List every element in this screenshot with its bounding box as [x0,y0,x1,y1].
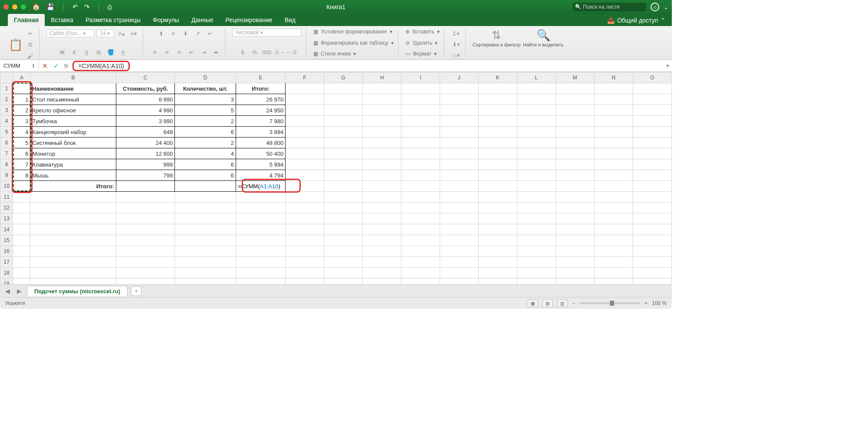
copy-icon[interactable]: ⧉ [25,40,35,49]
italic-button[interactable]: К [69,47,79,57]
row-header[interactable]: 9 [0,170,13,181]
view-page-layout-icon[interactable]: ▤ [542,299,553,307]
expand-formula-bar-icon[interactable]: ▾ [663,62,672,69]
tab-review[interactable]: Рецензирование [220,14,279,26]
increase-indent-icon[interactable]: ⇥ [199,47,208,57]
fx-label[interactable]: fx [62,63,71,69]
autosum-icon[interactable]: Σ▾ [451,29,461,38]
col-header[interactable]: N [594,72,633,83]
paste-icon[interactable]: 📋 [9,38,23,52]
row-header[interactable]: 14 [0,224,13,235]
select-all-corner[interactable] [0,72,13,83]
cut-icon[interactable]: ✂ [25,29,35,38]
col-header[interactable]: H [363,72,401,83]
row-header[interactable]: 6 [0,138,13,148]
font-name-select[interactable]: Calibri (Осн...▾ [46,29,94,37]
row-header[interactable]: 15 [0,235,13,246]
font-color-button[interactable]: A̲ [118,47,128,57]
border-button[interactable]: ⊞ [94,47,103,57]
tab-home[interactable]: Главная [8,14,45,26]
row-header[interactable]: 5 [0,127,13,138]
thousands-icon[interactable]: 000 [262,47,272,57]
col-header[interactable]: A [13,72,30,83]
row-header[interactable]: 19 [0,278,13,285]
col-header[interactable]: C [116,72,175,83]
fill-icon[interactable]: ⬇▾ [451,39,461,49]
sheet-prev-icon[interactable]: ◀ [3,288,12,295]
undo-icon[interactable]: ↶ [72,3,78,11]
row-header[interactable]: 13 [0,213,13,224]
tab-data[interactable]: Данные [185,14,220,26]
formula-input[interactable]: =СУММ(A1:A10) [72,61,129,71]
chevron-down-icon[interactable]: ⌄ [664,4,668,10]
col-header[interactable]: D [175,72,236,83]
orientation-icon[interactable]: ↗ [193,29,202,38]
bold-button[interactable]: Ж [57,47,67,57]
row-header[interactable]: 12 [0,203,13,213]
col-header[interactable]: M [556,72,594,83]
align-middle-icon[interactable]: ≡ [168,29,178,38]
align-right-icon[interactable]: ≡ [174,47,184,57]
tab-formulas[interactable]: Формулы [147,14,185,26]
increase-decimal-icon[interactable]: .0→ [274,47,284,57]
row-header[interactable]: 1 [0,83,13,94]
col-header[interactable]: L [517,72,556,83]
search-input[interactable]: Поиск на листе [572,3,646,11]
align-top-icon[interactable]: ⬆ [156,29,166,38]
align-center-icon[interactable]: ≡ [162,47,172,57]
find-icon[interactable]: 🔍 [523,29,563,42]
share-button[interactable]: 📤 Общий доступ ⌃ [601,15,672,26]
name-box[interactable]: СУММ▲▼ [0,61,39,70]
row-header[interactable]: 11 [0,192,13,203]
row-header[interactable]: 10 [0,181,13,192]
zoom-slider[interactable] [579,302,640,304]
column-headers[interactable]: A B C D E F G H I J K L M N O [0,72,672,83]
tab-insert[interactable]: Вставка [45,14,79,26]
col-header[interactable]: J [440,72,478,83]
merge-icon[interactable]: ⬌ [211,47,220,57]
col-header[interactable]: I [401,72,440,83]
col-header[interactable]: B [30,72,116,83]
feedback-icon[interactable]: ☺ [651,3,659,11]
increase-font-icon[interactable]: A▴ [117,29,126,38]
redo-icon[interactable]: ↷ [84,3,90,11]
col-header[interactable]: E [236,72,285,83]
wrap-text-icon[interactable]: ↩ [205,29,214,38]
conditional-format-button[interactable]: ▦ Условное форматирование ▾ [313,29,392,35]
spreadsheet-grid[interactable]: A B C D E F G H I J K L M N O 1 Наименов… [0,72,672,285]
align-bottom-icon[interactable]: ⬇ [181,29,190,38]
col-header[interactable]: O [633,72,671,83]
sheet-next-icon[interactable]: ▶ [15,288,23,295]
col-header[interactable]: G [324,72,363,83]
format-cells-button[interactable]: ▭ Формат ▾ [405,51,437,57]
col-header[interactable]: F [286,72,324,83]
home-icon[interactable]: 🏠 [32,3,40,11]
sheet-tab[interactable]: Подсчет суммы (microexcel.ru) [27,286,128,296]
row-header[interactable]: 17 [0,257,13,268]
sort-filter-icon[interactable]: ⇅ [473,29,520,42]
format-painter-icon[interactable]: 🖌 [25,51,35,60]
currency-icon[interactable]: $ [238,47,247,57]
print-icon[interactable]: ⎙ [108,3,112,11]
row-header[interactable]: 4 [0,116,13,127]
zoom-in-button[interactable]: + [644,300,648,306]
number-format-select[interactable]: Числовой▾ [232,29,302,36]
underline-button[interactable]: Ч [82,47,91,57]
cell-styles-button[interactable]: ▦ Стили ячеек ▾ [313,51,356,57]
col-header[interactable]: K [478,72,517,83]
row-header[interactable]: 16 [0,246,13,257]
font-size-select[interactable]: 14▾ [97,29,114,37]
row-header[interactable]: 7 [0,148,13,159]
cancel-formula-button[interactable]: ✕ [39,62,50,70]
clear-icon[interactable]: ◇▾ [451,50,461,60]
decrease-decimal-icon[interactable]: ←.0 [286,47,296,57]
row-header[interactable]: 3 [0,105,13,116]
save-icon[interactable]: 💾 [46,3,55,11]
fill-color-button[interactable]: 🪣 [106,47,115,57]
confirm-formula-button[interactable]: ✓ [50,62,62,70]
zoom-window-button[interactable] [21,4,26,10]
close-window-button[interactable] [3,4,9,10]
zoom-level[interactable]: 100 % [652,300,667,306]
row-header[interactable]: 8 [0,159,13,170]
decrease-font-icon[interactable]: A▾ [129,29,138,38]
